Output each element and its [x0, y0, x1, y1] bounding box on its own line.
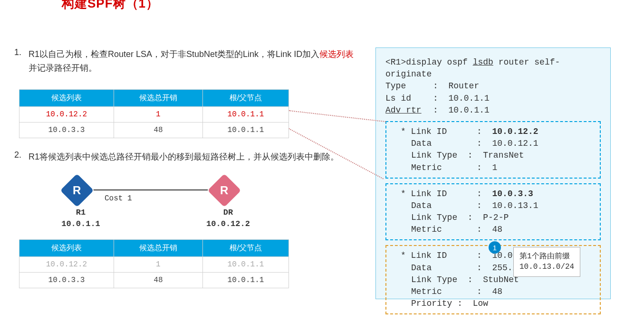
link-type-label: Link Type — [401, 213, 457, 222]
r1-label: R1 10.0.1.1 — [59, 207, 102, 230]
link-metric-label: Metric — [401, 286, 477, 298]
cell-candidate: 10.0.3.3 — [19, 273, 114, 288]
link-data-label: Data — [401, 200, 477, 212]
th-candidate: 候选列表 — [19, 240, 114, 257]
step-1-number: 1. — [14, 47, 29, 57]
link-data-line: Data: 10.0.12.1 — [401, 138, 590, 150]
link-data-label: Data — [401, 262, 477, 274]
dr-name: DR — [200, 207, 257, 218]
link-id-value: 10.0.3.3 — [492, 189, 533, 199]
link-id-label: * Link ID — [401, 188, 477, 200]
topology-link-line — [88, 189, 209, 190]
step-1-highlight: 候选列表 — [319, 49, 354, 59]
router-dr-icon: R — [206, 172, 242, 208]
link-data-line: Data: 10.0.13.1 — [401, 200, 590, 212]
cell-cost: 1 — [114, 106, 202, 122]
lsdb-adv-line: Adv rtr: 10.0.1.1 — [385, 104, 601, 116]
candidate-table-2: 候选列表 候选总开销 根/父节点 10.0.12.2 1 10.0.1.1 10… — [19, 239, 289, 288]
link-metric-label: Metric — [401, 224, 477, 236]
dr-id: 10.0.12.2 — [200, 218, 257, 230]
cell-cost: 48 — [114, 122, 202, 138]
cmd-lsdb: lsdb — [473, 57, 493, 67]
cmd-prefix: <R1>display ospf — [385, 57, 473, 67]
r1-name: R1 — [59, 207, 102, 218]
lsdb-type-line: Type: Router — [385, 80, 601, 92]
cell-parent: 10.0.1.1 — [202, 257, 288, 273]
step-1-text-after: 并记录路径开销。 — [29, 63, 97, 73]
link-id-value: 10.0.12.2 — [492, 127, 538, 136]
link-type-value: P-2-P — [483, 213, 509, 222]
cell-parent: 10.0.1.1 — [202, 273, 288, 288]
link-metric-line: Metric: 48 — [401, 286, 590, 298]
link-id-label: * Link ID — [401, 126, 477, 138]
link-type-label: Link Type — [401, 151, 457, 160]
link-box-1: * Link ID: 10.0.12.2 Data: 10.0.12.1 Lin… — [385, 121, 601, 179]
r1-id: 10.0.1.1 — [59, 218, 102, 230]
th-cost: 候选总开销 — [114, 240, 202, 257]
link-type-value: TransNet — [483, 151, 524, 160]
link-metric-value: 48 — [492, 225, 502, 234]
type-value: Router — [448, 81, 479, 91]
cell-candidate: 10.0.3.3 — [19, 122, 114, 138]
page-title: 构建SPF树（1） — [62, 0, 159, 12]
link-data-value: 10.0.13.1 — [492, 201, 538, 210]
link-type-line: Link Type : P-2-P — [401, 212, 590, 224]
step-2: 2. R1将候选列表中候选总路径开销最小的移到最短路径树上，并从候选列表中删除。 — [14, 150, 356, 164]
left-column: 1. R1以自己为根，检查Router LSA，对于非StubNet类型的Lin… — [14, 47, 356, 300]
link-data-label: Data — [401, 138, 477, 150]
adv-label: Adv rtr — [385, 104, 433, 116]
link-type-line: Link Type : TransNet — [401, 150, 590, 161]
annotation-line-2: 10.0.13.0/24 — [519, 262, 574, 272]
dr-label: DR 10.0.12.2 — [200, 207, 257, 230]
th-candidate: 候选列表 — [19, 89, 114, 106]
link-metric-label: Metric — [401, 162, 477, 174]
link-id-label: * Link ID — [401, 250, 477, 262]
cell-cost: 48 — [114, 273, 202, 288]
th-parent: 根/父节点 — [202, 240, 288, 257]
cell-cost: 1 — [114, 257, 202, 273]
type-label: Type — [385, 80, 433, 92]
link-type-label: Link Type — [401, 275, 457, 284]
link-priority-label: Priority — [401, 299, 452, 308]
th-cost: 候选总开销 — [114, 89, 202, 106]
table-row: 10.0.12.2 1 10.0.1.1 — [19, 106, 289, 122]
link-id-line: * Link ID: 10.0.3.3 — [401, 188, 590, 200]
step-2-number: 2. — [14, 150, 29, 160]
th-parent: 根/父节点 — [202, 89, 288, 106]
annotation-line-1: 第1个路由前缀 — [519, 251, 574, 262]
cell-parent: 10.0.1.1 — [202, 122, 288, 138]
lsid-value: 10.0.1.1 — [448, 94, 489, 103]
link-metric-line: Metric: 1 — [401, 162, 590, 174]
link-data-value: 10.0.12.1 — [492, 139, 538, 148]
link-box-2: * Link ID: 10.0.3.3 Data: 10.0.13.1 Link… — [385, 183, 601, 241]
cost-label: Cost 1 — [105, 194, 132, 203]
table-header-row: 候选列表 候选总开销 根/父节点 — [19, 89, 289, 106]
cell-parent: 10.0.1.1 — [202, 106, 288, 122]
step-1-text: R1以自己为根，检查Router LSA，对于非StubNet类型的Link，将… — [29, 47, 356, 75]
lsid-label: Ls id — [385, 93, 433, 104]
cell-candidate: 10.0.12.2 — [19, 257, 114, 273]
link-metric-value: 1 — [492, 163, 497, 172]
cell-candidate: 10.0.12.2 — [19, 106, 114, 122]
table-row: 10.0.12.2 1 10.0.1.1 — [19, 257, 289, 273]
step-1-text-before: R1以自己为根，检查Router LSA，对于非StubNet类型的Link，将… — [29, 49, 319, 59]
table-row: 10.0.3.3 48 10.0.1.1 — [19, 122, 289, 138]
link-id-line: * Link ID: 10.0.12.2 — [401, 126, 590, 138]
annotation-box-1: 第1个路由前缀 10.0.13.0/24 — [513, 247, 580, 277]
adv-value: 10.0.1.1 — [448, 105, 489, 115]
topology-diagram: R R Cost 1 R1 10.0.1.1 DR 10.0.12.2 — [43, 178, 356, 235]
lsdb-command: <R1>display ospf lsdb router self-origin… — [385, 57, 601, 80]
annotation-badge-1: 1 — [489, 241, 501, 254]
table-header-row: 候选列表 候选总开销 根/父节点 — [19, 240, 289, 257]
link-priority-value: Low — [473, 299, 488, 308]
table-row: 10.0.3.3 48 10.0.1.1 — [19, 273, 289, 288]
router-r1-icon: R — [59, 172, 95, 208]
step-2-text: R1将候选列表中候选总路径开销最小的移到最短路径树上，并从候选列表中删除。 — [29, 150, 356, 164]
lsdb-lsid-line: Ls id: 10.0.1.1 — [385, 93, 601, 104]
step-1: 1. R1以自己为根，检查Router LSA，对于非StubNet类型的Lin… — [14, 47, 356, 75]
link-metric-line: Metric: 48 — [401, 224, 590, 236]
link-metric-value: 48 — [492, 287, 502, 296]
link-priority-line: Priority : Low — [401, 298, 590, 310]
candidate-table-1: 候选列表 候选总开销 根/父节点 10.0.12.2 1 10.0.1.1 10… — [19, 89, 289, 138]
